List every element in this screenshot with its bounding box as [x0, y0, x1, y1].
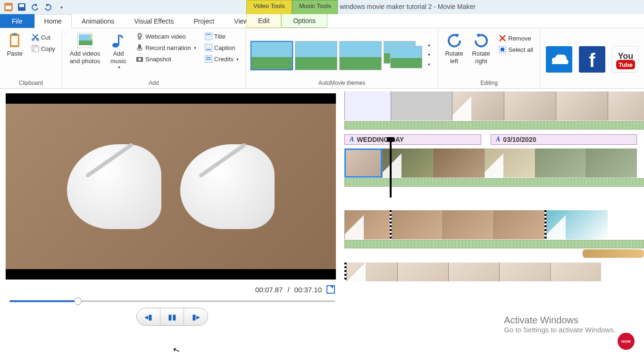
webcam-video-button[interactable]: Webcam video — [133, 31, 199, 41]
seek-slider[interactable] — [9, 300, 335, 302]
current-time: 00:07.87 — [255, 286, 283, 294]
qat-customize-icon[interactable]: ▾ — [56, 1, 67, 13]
clip[interactable] — [346, 263, 397, 281]
clip[interactable] — [484, 148, 535, 178]
redo-button[interactable] — [42, 1, 54, 13]
video-strip[interactable] — [344, 263, 644, 281]
clip[interactable] — [344, 91, 391, 121]
next-frame-button[interactable]: ▮▸ — [184, 308, 208, 325]
save-button[interactable] — [16, 1, 27, 13]
svg-rect-5 — [11, 36, 18, 45]
clip-selected[interactable] — [344, 148, 382, 178]
total-time: 00:37.10 — [294, 286, 322, 294]
clip[interactable] — [586, 148, 637, 178]
onedrive-button[interactable] — [546, 46, 572, 73]
caption-item[interactable]: A 03/10/2020 — [491, 134, 637, 145]
svg-rect-13 — [79, 41, 92, 45]
audio-strip[interactable] — [344, 121, 644, 130]
group-automovie: ▴ ▾ ▾ AutoMovie themes — [246, 28, 438, 88]
snapshot-button[interactable]: Snapshot — [133, 54, 199, 64]
gallery-more-icon[interactable]: ▾ — [428, 62, 430, 67]
seek-thumb[interactable] — [74, 297, 82, 305]
add-videos-button[interactable]: Add videos and photos — [66, 30, 104, 67]
cut-button[interactable]: Cut — [29, 32, 58, 42]
clip[interactable] — [608, 91, 644, 121]
clip[interactable] — [397, 263, 448, 281]
add-music-button[interactable]: Add music▾ — [107, 30, 130, 73]
theme-thumb-4[interactable] — [384, 41, 426, 70]
clip[interactable] — [504, 91, 556, 121]
rotate-right-icon — [474, 33, 489, 48]
gallery-down-icon[interactable]: ▾ — [428, 52, 430, 57]
app-icon[interactable] — [3, 1, 14, 13]
playhead[interactable] — [390, 141, 392, 197]
theme-thumb-3[interactable] — [339, 41, 382, 70]
clip[interactable] — [452, 91, 504, 121]
paste-button[interactable]: Paste — [4, 30, 26, 60]
fullscreen-button[interactable] — [326, 285, 335, 294]
tab-video-edit[interactable]: Edit — [246, 14, 281, 28]
facebook-button[interactable]: f — [579, 46, 605, 73]
clip[interactable] — [433, 148, 484, 178]
svg-rect-25 — [205, 44, 212, 51]
clip[interactable] — [392, 210, 443, 239]
undo-button[interactable] — [29, 1, 41, 13]
audio-strip[interactable] — [344, 240, 644, 248]
select-all-button[interactable]: Select all — [496, 44, 536, 55]
video-strip[interactable] — [344, 210, 644, 239]
svg-rect-28 — [206, 57, 211, 58]
clip[interactable] — [391, 91, 452, 121]
preview-content — [180, 144, 275, 229]
video-tools-context: Video Tools — [246, 0, 292, 14]
clip[interactable] — [499, 263, 550, 281]
title-label: Title — [214, 33, 226, 40]
theme-thumb-1[interactable] — [251, 41, 293, 70]
tab-home[interactable]: Home — [34, 14, 72, 28]
audio-clip[interactable] — [583, 249, 644, 258]
add-music-label: Add music — [108, 50, 129, 65]
clip[interactable] — [493, 210, 544, 239]
text-a-icon: A — [350, 136, 354, 143]
timeline-track — [344, 91, 644, 130]
caption-button[interactable]: Caption — [202, 42, 242, 53]
clip[interactable] — [448, 263, 499, 281]
automovie-gallery[interactable]: ▴ ▾ ▾ — [250, 38, 430, 71]
title-button[interactable]: Title — [202, 31, 242, 41]
ribbon-tabs: File Home Animations Visual Effects Proj… — [0, 14, 644, 28]
copy-button[interactable]: Copy — [29, 43, 58, 54]
record-narration-button[interactable]: Record narration▾ — [133, 42, 199, 53]
video-strip[interactable] — [344, 91, 644, 121]
caption-item[interactable]: A WEDDING DAY — [344, 134, 481, 145]
subscribe-now-badge[interactable]: NOW — [618, 333, 635, 350]
activate-windows-watermark: Activate Windows Go to Settings to activ… — [504, 315, 616, 334]
prev-frame-button[interactable]: ◂▮ — [137, 308, 160, 325]
svg-point-18 — [139, 34, 141, 36]
tab-music-options[interactable]: Options — [281, 14, 327, 28]
rotate-left-button[interactable]: Rotate left — [442, 30, 466, 67]
youtube-button[interactable]: YouTube — [612, 46, 638, 73]
paste-label: Paste — [7, 50, 23, 58]
tab-file[interactable]: File — [0, 14, 34, 28]
clip[interactable] — [550, 263, 601, 281]
clip[interactable] — [535, 148, 586, 178]
timeline-track — [344, 148, 644, 187]
credits-button[interactable]: Credits▾ — [202, 54, 242, 64]
scissors-icon — [32, 33, 39, 41]
caption-text: WEDDING DAY — [357, 136, 404, 143]
svg-rect-20 — [138, 44, 141, 49]
chevron-down-icon: ▾ — [236, 57, 239, 62]
preview-monitor[interactable] — [6, 93, 336, 280]
pause-button[interactable]: ▮▮ — [160, 308, 184, 325]
quick-access-toolbar: ▾ — [0, 1, 70, 13]
remove-button[interactable]: Remove — [496, 33, 536, 43]
clip[interactable] — [556, 91, 608, 121]
gallery-up-icon[interactable]: ▴ — [428, 42, 430, 47]
theme-thumb-2[interactable] — [295, 41, 337, 70]
tab-animations[interactable]: Animations — [72, 14, 124, 28]
clip[interactable] — [546, 210, 608, 239]
clip[interactable] — [344, 210, 390, 239]
tab-visual-effects[interactable]: Visual Effects — [124, 14, 184, 28]
tab-project[interactable]: Project — [184, 14, 225, 28]
rotate-right-button[interactable]: Rotate right — [469, 30, 493, 67]
clip[interactable] — [443, 210, 493, 239]
